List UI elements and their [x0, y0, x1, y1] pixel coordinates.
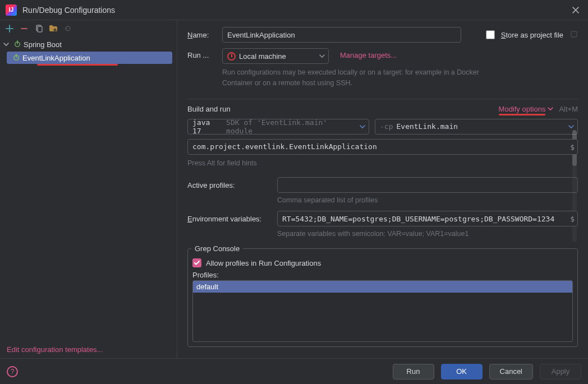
manage-targets-link[interactable]: Manage targets...	[340, 48, 397, 59]
svg-rect-1	[38, 26, 42, 32]
env-hint: Separate variables with semicolon: VAR=v…	[277, 230, 578, 238]
profile-row-default[interactable]: default	[193, 281, 572, 293]
expand-icon[interactable]	[570, 30, 578, 40]
chevron-down-icon	[568, 124, 574, 129]
tree-config-eventlink[interactable]: EventLinkApplication	[7, 52, 172, 64]
active-profiles-input[interactable]	[277, 177, 578, 193]
store-checkbox[interactable]	[486, 30, 495, 39]
main-class-input[interactable]	[187, 139, 578, 155]
expand-field-icon[interactable]: $	[570, 142, 575, 151]
edit-templates-link[interactable]: Edit configuration templates...	[0, 341, 177, 358]
run-on-hint: Run configurations may be executed local…	[187, 67, 578, 89]
build-run-section-title: Build and run	[187, 105, 231, 113]
apply-button: Apply	[540, 364, 581, 380]
checkbox-checked-icon[interactable]	[192, 258, 201, 267]
classpath-dropdown[interactable]: -cp EventLink.main	[375, 119, 578, 135]
expand-field-icon[interactable]: $	[570, 215, 575, 223]
chevron-down-icon	[319, 53, 325, 59]
run-target-dropdown[interactable]: Local machine	[222, 48, 329, 64]
svg-rect-4	[571, 31, 577, 37]
active-profiles-hint: Comma separated list of profiles	[277, 196, 578, 204]
add-icon[interactable]	[4, 24, 15, 34]
run-on-label: Run ...	[187, 48, 217, 59]
modify-options-label: Modify options	[499, 105, 546, 113]
local-machine-icon	[227, 52, 236, 61]
run-target-value: Local machine	[239, 52, 286, 61]
profiles-label: Profiles:	[192, 271, 573, 279]
highlight-underline	[37, 64, 118, 66]
tree-category-label: Spring Boot	[24, 40, 62, 49]
copy-icon[interactable]	[34, 24, 44, 34]
jdk-dropdown[interactable]: java 17 SDK of 'EventLink.main' module	[187, 119, 369, 135]
modify-options-link[interactable]: Modify options	[499, 105, 554, 113]
run-button[interactable]: Run	[393, 364, 434, 380]
remove-icon[interactable]	[19, 24, 29, 34]
cp-module: EventLink.main	[396, 122, 458, 131]
modify-options-shortcut: Alt+M	[559, 105, 578, 113]
name-input[interactable]	[222, 27, 461, 43]
cancel-button[interactable]: Cancel	[489, 364, 533, 380]
cp-flag: -cp	[380, 122, 393, 131]
allow-profiles-label: Allow profiles in Run Configurations	[206, 259, 321, 267]
power-icon	[12, 53, 20, 63]
grep-console-group: Grep Console Allow profiles in Run Confi…	[187, 244, 578, 347]
tree-category-spring-boot[interactable]: Spring Boot	[0, 38, 177, 50]
env-label: Environment variables:	[187, 215, 266, 223]
jdk-hint: SDK of 'EventLink.main' module	[226, 118, 356, 135]
chevron-down-icon	[3, 41, 11, 47]
power-icon	[13, 40, 21, 49]
class-hint: Press Alt for field hints	[187, 158, 578, 169]
allow-profiles-check[interactable]: Allow profiles in Run Configurations	[192, 258, 573, 267]
close-icon[interactable]	[569, 3, 582, 17]
grep-legend: Grep Console	[191, 244, 243, 253]
save-template-icon[interactable]	[48, 24, 58, 34]
app-logo-icon: IJ	[6, 4, 17, 16]
tree-config-label: EventLinkApplication	[22, 54, 90, 62]
name-label: Name:	[187, 31, 217, 39]
env-input[interactable]	[277, 211, 578, 226]
ok-button[interactable]: OK	[441, 364, 483, 380]
help-icon[interactable]: ?	[7, 366, 18, 377]
window-title: Run/Debug Configurations	[22, 6, 115, 15]
store-as-project-file[interactable]: Store as project file	[484, 29, 578, 41]
active-profiles-label: Active profiles:	[187, 181, 266, 189]
jdk-version: java 17	[192, 118, 223, 135]
profiles-list[interactable]: default	[192, 280, 573, 342]
revert-icon[interactable]	[63, 24, 73, 34]
chevron-down-icon	[360, 124, 365, 129]
